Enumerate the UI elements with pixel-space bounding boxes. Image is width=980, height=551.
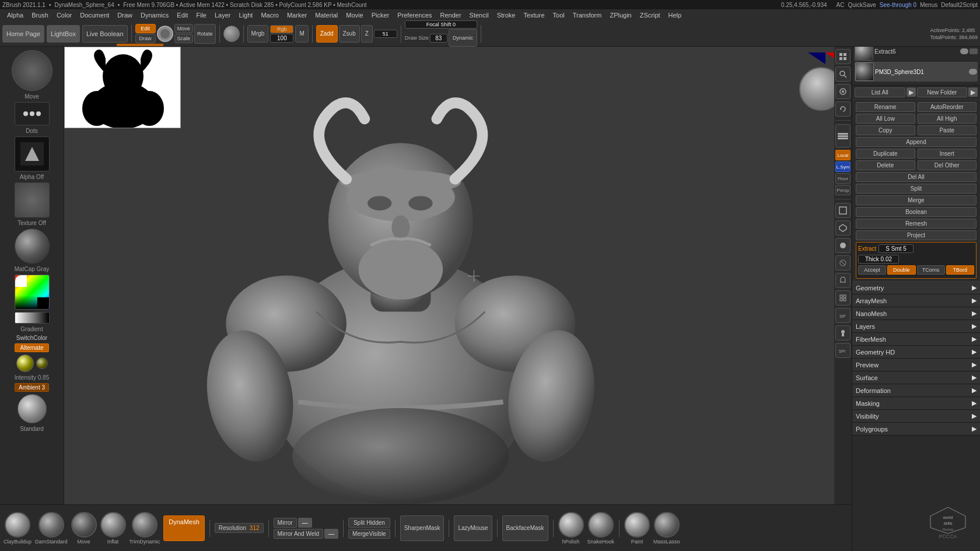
- menu-stencil[interactable]: Stencil: [466, 10, 492, 20]
- menus-btn[interactable]: Menus: [920, 2, 937, 8]
- insert-btn[interactable]: Insert: [918, 149, 977, 159]
- menu-help[interactable]: Help: [665, 10, 685, 20]
- mirror-weld-val[interactable]: —: [324, 529, 338, 539]
- menu-color[interactable]: Color: [53, 10, 75, 20]
- floor-btn[interactable]: Floor: [835, 173, 850, 184]
- see-through-label[interactable]: See-through 0: [880, 2, 916, 8]
- ambient-btn[interactable]: Ambient 3: [15, 383, 49, 392]
- zoom-icon[interactable]: [835, 66, 850, 82]
- spix-icon[interactable]: SP: [835, 308, 850, 323]
- live-boolean-tab[interactable]: Live Boolean: [82, 25, 128, 43]
- surface-section-header[interactable]: Surface ▶: [852, 371, 980, 384]
- new-folder-arrow[interactable]: ▶: [968, 87, 978, 97]
- mrgb-btn[interactable]: Mrgb: [247, 25, 269, 43]
- list-all-arrow[interactable]: ▶: [907, 87, 916, 97]
- backface-mask-btn[interactable]: BackfaceMask: [502, 515, 548, 541]
- preview-section-header[interactable]: Preview ▶: [852, 359, 980, 371]
- project-btn[interactable]: Project: [856, 230, 977, 240]
- light-orb-2[interactable]: [36, 357, 48, 369]
- nav-controls[interactable]: [835, 124, 850, 148]
- visibility-section-header[interactable]: Visibility ▶: [852, 410, 980, 423]
- brush-icon[interactable]: [835, 325, 850, 341]
- deformation-section-header[interactable]: Deformation ▶: [852, 384, 980, 397]
- accept-btn[interactable]: Accept: [858, 265, 886, 275]
- fibermesh-section-header[interactable]: FiberMesh ▶: [852, 333, 980, 346]
- menu-alpha[interactable]: Alpha: [4, 10, 27, 20]
- paste-btn[interactable]: Paste: [918, 125, 977, 135]
- merge-visible-btn[interactable]: MergeVisible: [348, 529, 390, 539]
- menu-transform[interactable]: Transform: [569, 10, 606, 20]
- dynamesh-btn[interactable]: DynaMesh: [163, 515, 205, 541]
- polyframe-icon[interactable]: [835, 220, 850, 236]
- rename-btn[interactable]: Rename: [856, 102, 915, 112]
- alternate-btn[interactable]: Alternate: [15, 343, 48, 352]
- menu-preferences[interactable]: Preferences: [394, 10, 435, 20]
- texture-preview[interactable]: [15, 183, 50, 217]
- ghost-icon[interactable]: [835, 273, 850, 288]
- geometry-section-header[interactable]: Geometry ▶: [852, 282, 980, 294]
- brush-preview[interactable]: [12, 50, 52, 91]
- geometryhd-section-header[interactable]: Geometry HD ▶: [852, 346, 980, 359]
- extract6-lock[interactable]: [970, 48, 978, 54]
- frame-icon[interactable]: [835, 203, 850, 218]
- masking-section-header[interactable]: Masking ▶: [852, 397, 980, 410]
- pm3d-eye[interactable]: [969, 69, 977, 75]
- viewport[interactable]: [64, 47, 852, 504]
- matcap-preview[interactable]: [15, 229, 50, 264]
- dynamic-btn[interactable]: Dynamic: [449, 29, 477, 47]
- menu-stroke[interactable]: Stroke: [494, 10, 519, 20]
- default2script-label[interactable]: Default2Script: [941, 2, 978, 8]
- rotate-btn[interactable]: Rotate: [194, 24, 216, 44]
- alpha-preview[interactable]: [15, 136, 50, 171]
- menu-zscript[interactable]: ZScript: [636, 10, 664, 20]
- extract6-eye[interactable]: [960, 48, 968, 54]
- menu-tool[interactable]: Tool: [550, 10, 568, 20]
- menu-dynamics[interactable]: Dynamics: [137, 10, 172, 20]
- rgb-btn[interactable]: Rgb: [270, 25, 293, 33]
- all-low-btn[interactable]: All Low: [856, 114, 915, 124]
- append-btn[interactable]: Append: [856, 137, 977, 147]
- transp-icon[interactable]: [835, 255, 850, 271]
- s-smt-input[interactable]: [878, 244, 914, 253]
- switch-color-label[interactable]: SwitchColor: [16, 335, 47, 341]
- menu-layer[interactable]: Layer: [211, 10, 235, 20]
- color-picker[interactable]: [15, 275, 50, 310]
- menu-file[interactable]: File: [192, 10, 210, 20]
- zsub-btn[interactable]: Zsub: [339, 25, 360, 43]
- light-orb-1[interactable]: [16, 355, 34, 372]
- new-folder-btn[interactable]: New Folder: [917, 87, 968, 97]
- solo-icon[interactable]: [835, 238, 850, 253]
- list-all-btn[interactable]: List All: [855, 87, 905, 97]
- lightbox-tab[interactable]: LightBox: [47, 25, 80, 43]
- del-other-btn[interactable]: Del Other: [918, 160, 977, 170]
- delete-btn[interactable]: Delete: [856, 160, 915, 170]
- local-btn[interactable]: Local: [835, 150, 850, 160]
- zoomall-icon[interactable]: [835, 290, 850, 306]
- del-all-btn[interactable]: Del All: [856, 172, 977, 182]
- persp-btn[interactable]: Persp: [835, 185, 850, 195]
- damstandard-brush[interactable]: DamStandard: [35, 512, 68, 545]
- move-brush[interactable]: Move: [71, 512, 97, 545]
- sharpen-mask-btn[interactable]: SharpenMask: [400, 515, 444, 541]
- layers-section-header[interactable]: Layers ▶: [852, 320, 980, 333]
- hpolish-brush[interactable]: hPolish: [558, 512, 584, 545]
- menu-document[interactable]: Document: [76, 10, 113, 20]
- menu-movie[interactable]: Movie: [342, 10, 366, 20]
- copy-btn[interactable]: Copy: [856, 125, 915, 135]
- claybuildup-brush[interactable]: ClayBuildup: [4, 512, 32, 545]
- menu-brush[interactable]: Brush: [28, 10, 52, 20]
- menu-light[interactable]: Light: [236, 10, 257, 20]
- home-tab[interactable]: Home Page: [2, 25, 44, 43]
- menu-edit[interactable]: Edit: [173, 10, 191, 20]
- autoreorder-btn[interactable]: AutoReorder: [918, 102, 977, 112]
- duplicate-btn[interactable]: Duplicate: [856, 149, 915, 159]
- paint-brush[interactable]: Paint: [624, 512, 650, 545]
- standard-sphere[interactable]: [18, 394, 47, 423]
- split-hidden-btn[interactable]: Split Hidden: [348, 518, 390, 528]
- menu-marker[interactable]: Marker: [284, 10, 310, 20]
- zadd-btn[interactable]: Zadd: [316, 25, 338, 43]
- thick-input[interactable]: [858, 255, 899, 264]
- menu-render[interactable]: Render: [437, 10, 465, 20]
- rotate-icon[interactable]: [835, 101, 850, 117]
- move-btn[interactable]: Move: [174, 24, 194, 33]
